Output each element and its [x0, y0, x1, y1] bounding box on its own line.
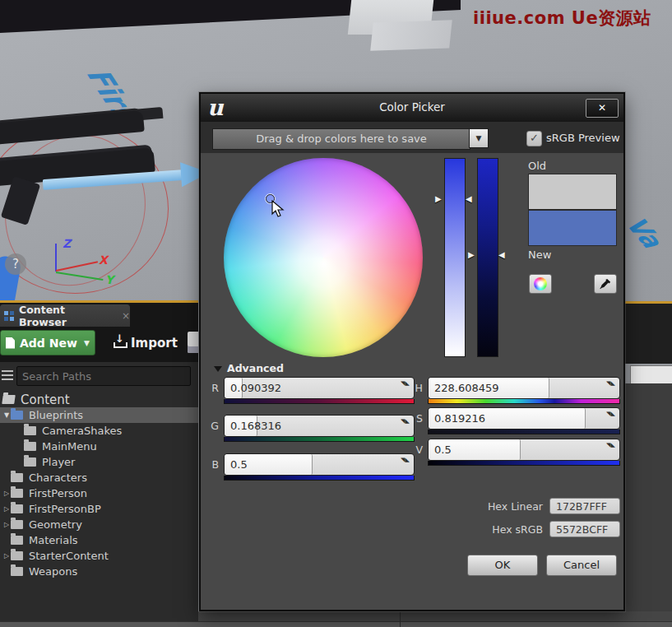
new-asset-icon — [6, 337, 15, 349]
white-cube-mesh-2 — [370, 20, 452, 50]
saturation-slider-left-arrow-icon[interactable]: ▶ — [435, 194, 442, 203]
eyedropper-button[interactable] — [594, 274, 617, 294]
spin-drag-icon[interactable]: ◥◣ — [401, 419, 410, 432]
g-value-field[interactable]: 0.168316 ◥◣ — [224, 415, 415, 437]
watermark-text: iiiue.com Ue资源站 — [473, 7, 651, 30]
add-new-button[interactable]: Add New ▼ — [0, 330, 95, 355]
tree-item-blueprints[interactable]: ▼ Blueprints — [0, 407, 198, 423]
hex-linear-field[interactable]: 172B7FFF — [549, 498, 620, 514]
dialog-close-button[interactable]: ✕ — [586, 99, 619, 118]
tree-item-camerashakes[interactable]: CameraShakes — [0, 423, 198, 439]
tree-item-geometry[interactable]: ▷ Geometry — [0, 517, 198, 532]
b-gradient-bar[interactable] — [224, 476, 415, 481]
s-value-field[interactable]: 0.819216 ◥◣ — [428, 407, 620, 430]
saturation-slider-right-arrow-icon[interactable]: ◀ — [466, 194, 472, 203]
sources-list-icon[interactable] — [2, 370, 13, 380]
tree-item-player[interactable]: Player — [0, 454, 198, 470]
panel-seam — [400, 612, 401, 627]
v-gradient-bar[interactable] — [428, 461, 620, 466]
save-all-icon[interactable] — [188, 332, 198, 353]
dropdown-caret-button[interactable]: ▼ — [469, 128, 489, 148]
tree-item-weapons[interactable]: Weapons — [0, 564, 198, 579]
r-label: R — [209, 382, 219, 394]
hex-linear-label: Hex Linear — [469, 500, 543, 513]
tab-content-browser[interactable]: Content Browser × — [0, 304, 130, 327]
spin-drag-icon[interactable]: ◥◣ — [401, 381, 410, 394]
expander-collapsed-icon[interactable]: ▷ — [2, 521, 11, 528]
spin-drag-icon[interactable]: ◥◣ — [606, 381, 616, 394]
v-value: 0.5 — [434, 444, 452, 456]
v-value-field[interactable]: 0.5 ◥◣ — [428, 439, 620, 461]
spin-drag-icon[interactable]: ◥◣ — [606, 443, 616, 456]
saved-colors-dropdown[interactable]: Drag & drop colors here to save — [212, 128, 470, 150]
h-gradient-bar[interactable] — [428, 399, 620, 404]
tree-label: MainMenu — [42, 440, 97, 453]
tree-item-characters[interactable]: Characters — [0, 470, 198, 485]
tree-label: StarterContent — [29, 550, 109, 562]
expander-collapsed-icon[interactable]: ▷ — [2, 505, 11, 513]
g-gradient-bar[interactable] — [224, 437, 415, 442]
expander-collapsed-icon[interactable]: ▷ — [2, 490, 11, 497]
color-wheel[interactable] — [224, 158, 423, 357]
cancel-button[interactable]: Cancel — [546, 555, 617, 576]
tree-item-mainmenu[interactable]: MainMenu — [0, 439, 198, 454]
saturation-slider[interactable] — [444, 158, 466, 357]
value-slider-right-arrow-icon[interactable]: ◀ — [498, 250, 505, 259]
value-slider-left-arrow-icon[interactable]: ▶ — [468, 250, 475, 259]
color-wheel-icon — [534, 277, 547, 290]
expander-expanded-icon[interactable]: ▼ — [2, 411, 11, 419]
new-color-swatch[interactable] — [528, 210, 617, 246]
old-color-swatch[interactable] — [528, 174, 617, 210]
ok-button[interactable]: OK — [467, 555, 538, 576]
tree-label: Geometry — [29, 518, 82, 531]
spin-drag-icon[interactable]: ◥◣ — [401, 457, 410, 471]
r-value: 0.090392 — [230, 382, 281, 394]
axis-y-label: Y — [105, 273, 114, 286]
s-label: S — [413, 412, 423, 425]
s-gradient-bar[interactable] — [428, 430, 620, 434]
import-button[interactable]: ↓ Import — [114, 330, 178, 355]
tree-label: Content — [21, 392, 70, 407]
tree-label: Materials — [29, 534, 78, 546]
tree-item-materials[interactable]: Materials — [0, 532, 198, 548]
spin-drag-icon[interactable]: ◥◣ — [606, 411, 616, 425]
srgb-preview-checkbox[interactable]: ✓ — [526, 131, 542, 146]
search-paths-input[interactable] — [16, 366, 191, 386]
add-new-caret-icon: ▼ — [84, 339, 90, 347]
expander-collapsed-icon[interactable]: ▷ — [2, 552, 11, 560]
folder-open-icon — [2, 395, 16, 404]
dialog-titlebar[interactable]: u Color Picker ✕ — [201, 94, 623, 123]
advanced-expander-icon[interactable] — [214, 366, 222, 372]
folder-icon — [11, 504, 23, 513]
new-color-label: New — [528, 248, 551, 261]
b-value: 0.5 — [230, 458, 248, 471]
tab-row: Content Browser × — [0, 303, 198, 327]
hex-srgb-field[interactable]: 5572BCFF — [549, 521, 620, 537]
axis-x-label: X — [99, 253, 108, 267]
srgb-preview-label: sRGB Preview — [546, 132, 620, 144]
tree-item-content[interactable]: Content — [0, 392, 198, 407]
g-value: 0.168316 — [230, 420, 281, 432]
folder-icon — [24, 442, 36, 451]
r-gradient-bar[interactable] — [224, 399, 415, 404]
import-icon: ↓ — [114, 337, 126, 349]
folder-icon — [11, 473, 23, 482]
h-value-field[interactable]: 228.608459 ◥◣ — [428, 377, 620, 399]
b-value-field[interactable]: 0.5 ◥◣ — [224, 453, 415, 476]
tree-label: FirstPersonBP — [29, 503, 101, 515]
tree-label: Player — [42, 456, 75, 468]
themes-button[interactable] — [529, 274, 552, 294]
s-value: 0.819216 — [434, 412, 485, 425]
content-browser-toolbar: Add New ▼ ↓ Import — [0, 327, 198, 362]
tree-item-firstperson[interactable]: ▷ FirstPerson — [0, 485, 198, 501]
import-label: Import — [131, 336, 178, 351]
r-value-field[interactable]: 0.090392 ◥◣ — [224, 377, 415, 399]
tab-close-icon[interactable]: × — [122, 310, 130, 322]
tree-item-startercontent[interactable]: ▷ StarterContent — [0, 548, 198, 564]
status-strip — [0, 621, 672, 627]
b-label: B — [209, 458, 219, 471]
value-slider[interactable] — [477, 158, 498, 357]
folder-icon — [24, 426, 36, 435]
help-badge-icon: ? — [5, 253, 26, 275]
tree-item-firstpersonbp[interactable]: ▷ FirstPersonBP — [0, 501, 198, 517]
